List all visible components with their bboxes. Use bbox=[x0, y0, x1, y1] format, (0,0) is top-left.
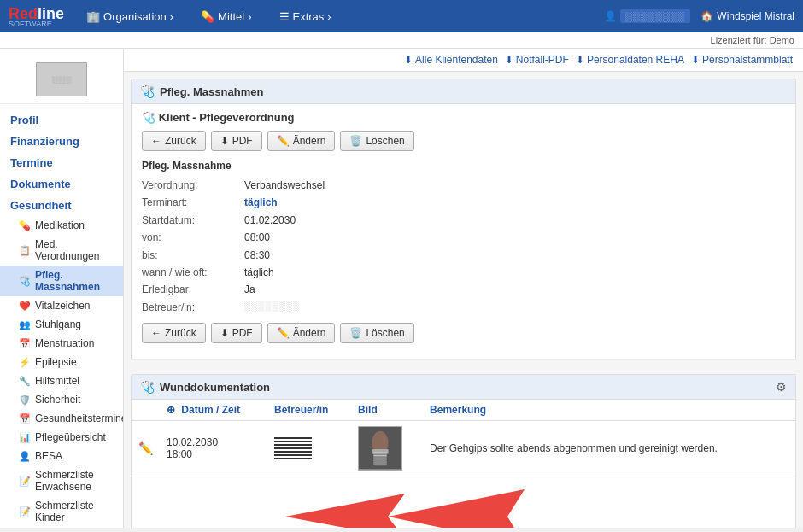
wann-value: täglich bbox=[244, 264, 274, 281]
gesundheit-cal-icon: 📅 bbox=[19, 413, 31, 424]
sidebar-item-sicherheit[interactable]: 🛡️ Sicherheit bbox=[0, 390, 123, 409]
download-icon-3: ⬇ bbox=[576, 54, 584, 66]
pdf-button-bottom[interactable]: ⬇ PDF bbox=[211, 323, 262, 343]
back-button-top[interactable]: ← Zurück bbox=[142, 131, 206, 151]
download-icon-4: ⬇ bbox=[691, 54, 700, 66]
nav-home[interactable]: 🏠 Windspiel Mistral bbox=[700, 10, 794, 22]
edit-button-top[interactable]: ✏️ Ändern bbox=[267, 131, 336, 151]
sidebar-item-menstruation[interactable]: 📅 Menstruation bbox=[0, 334, 123, 353]
sidebar-item-gesundheitstermine[interactable]: 📅 Gesundheitstermine bbox=[0, 409, 123, 428]
pfleg-section-header: 🩺 Pfleg. Massnahmen bbox=[132, 79, 795, 104]
sidebar-item-schmerzliste-e[interactable]: 📝 Schmerzliste Erwachsene bbox=[0, 465, 123, 496]
gesundheitstermine-label: Gesundheitstermine bbox=[35, 412, 124, 424]
svg-marker-7 bbox=[388, 489, 525, 528]
chevron-icon-2: › bbox=[248, 10, 251, 23]
row-bemerkung: Der Gehgips sollte abends abgenommen und… bbox=[430, 442, 718, 454]
klient-icon: 🩺 bbox=[142, 111, 155, 124]
sidebar-item-stuhlgang[interactable]: 👥 Stuhlgang bbox=[0, 315, 123, 334]
sidebar-item-fb-massnahmen[interactable]: 📋 FB-Massnahmen bbox=[0, 527, 123, 528]
chevron-icon: › bbox=[170, 10, 173, 23]
sidebar-item-profil[interactable]: Profil bbox=[0, 109, 123, 131]
wunddoku-table: ⊕ Datum / Zeit Betreuer/in Bild Bemerkun… bbox=[132, 400, 795, 476]
von-value: 08:00 bbox=[244, 229, 270, 246]
action-label-1: Alle Klientendaten bbox=[415, 54, 498, 66]
sidebar-item-schmerzliste-k[interactable]: 📝 Schmerzliste Kinder bbox=[0, 496, 123, 527]
edit-button-bottom[interactable]: ✏️ Ändern bbox=[267, 323, 336, 343]
wunddoku-icon: 🩺 bbox=[140, 380, 155, 394]
nav-organisation-label: Organisation bbox=[103, 10, 167, 23]
content-area: ⬇ Alle Klientendaten ⬇ Notfall-PDF ⬇ Per… bbox=[124, 49, 803, 528]
betreuer-value: ░░░░░░░░ bbox=[244, 299, 300, 316]
terminart-value: täglich bbox=[244, 194, 278, 211]
sidebar-item-hilfsmittel[interactable]: 🔧 Hilfsmittel bbox=[0, 371, 123, 390]
betreuer-label: Betreuer/in: bbox=[142, 299, 236, 316]
delete-button-top[interactable]: 🗑️ Löschen bbox=[340, 131, 413, 151]
stuhlgang-label: Stuhlgang bbox=[35, 319, 81, 330]
info-row-von: von: 08:00 bbox=[142, 229, 785, 246]
pencil-icon-top: ✏️ bbox=[277, 135, 290, 147]
nav-username: Windspiel Mistral bbox=[717, 10, 794, 22]
vitalzeichen-label: Vitalzeichen bbox=[35, 300, 91, 312]
bis-label: bis: bbox=[142, 247, 236, 264]
action-notfall-pdf[interactable]: ⬇ Notfall-PDF bbox=[505, 54, 569, 66]
sicherheit-label: Sicherheit bbox=[35, 394, 80, 406]
wunddoku-title-text: Wunddokumentation bbox=[160, 381, 270, 394]
home-icon: 🏠 bbox=[700, 10, 713, 22]
nav-right-area: 👤 ░░░░░░░░ 🏠 Windspiel Mistral bbox=[604, 9, 794, 23]
pfleg-header-title: 🩺 Pfleg. Massnahmen bbox=[140, 85, 263, 98]
top-actions-bar: ⬇ Alle Klientendaten ⬇ Notfall-PDF ⬇ Per… bbox=[124, 49, 803, 72]
back-button-bottom[interactable]: ← Zurück bbox=[142, 323, 206, 343]
chevron-icon-3: › bbox=[327, 10, 331, 23]
sidebar-item-termine[interactable]: Termine bbox=[0, 152, 123, 173]
pencil-icon-bottom: ✏️ bbox=[277, 327, 290, 339]
action-personaldaten-reha[interactable]: ⬇ Personaldaten REHA bbox=[576, 54, 684, 66]
terminart-label: Terminart: bbox=[142, 194, 236, 211]
besa-label: BESA bbox=[35, 450, 62, 462]
sidebar-item-gesundheit[interactable]: Gesundheit bbox=[0, 195, 123, 216]
sidebar-item-epilepsie[interactable]: ⚡ Epilepsie bbox=[0, 353, 123, 371]
stuhlgang-icon: 👥 bbox=[19, 319, 31, 330]
row-edit-cell[interactable]: ✏️ bbox=[132, 421, 160, 476]
wunddoku-header-title: 🩺 Wunddokumentation bbox=[140, 380, 270, 394]
sidebar-item-finanzierung[interactable]: Finanzierung bbox=[0, 131, 123, 152]
delete-button-bottom[interactable]: 🗑️ Löschen bbox=[340, 323, 413, 343]
sidebar-item-pflegeubersicht[interactable]: 📊 Pflegeübersicht bbox=[0, 428, 123, 447]
avatar-image: ░░░░ bbox=[36, 62, 87, 96]
tool-icon: 🔧 bbox=[19, 376, 31, 387]
sidebar-item-vitalzeichen[interactable]: ❤️ Vitalzeichen bbox=[0, 296, 123, 315]
action-label-3: Personaldaten REHA bbox=[587, 54, 684, 66]
red-arrow-svg bbox=[285, 481, 525, 528]
main-layout: ░░░░ Profil Finanzierung Termine Dokumen… bbox=[0, 49, 803, 528]
med-verordnungen-label: Med. Verordnungen bbox=[35, 238, 116, 262]
button-group-bottom: ← Zurück ⬇ PDF ✏️ Ändern 🗑️ Löschen bbox=[142, 323, 785, 343]
nav-user[interactable]: 👤 ░░░░░░░░ bbox=[604, 9, 690, 23]
settings-icon[interactable]: ⚙ bbox=[776, 380, 787, 394]
mittel-icon: 💊 bbox=[201, 10, 214, 23]
sidebar-item-besa[interactable]: 👤 BESA bbox=[0, 447, 123, 465]
startdatum-value: 01.02.2030 bbox=[244, 212, 296, 229]
col-actions bbox=[132, 400, 160, 421]
wunddoku-card: 🩺 Wunddokumentation ⚙ ⊕ Datum / Zeit bbox=[131, 374, 796, 528]
extras-icon: ☰ bbox=[279, 10, 290, 23]
nav-organisation[interactable]: 🏢 Organisation › bbox=[81, 7, 179, 26]
klient-pflegeverordnung-title: 🩺 Klient - Pflegeverordnung bbox=[142, 111, 785, 124]
info-row-startdatum: Startdatum: 01.02.2030 bbox=[142, 212, 785, 229]
massnahme-info-table: Verordnung: Verbandswechsel Terminart: t… bbox=[142, 177, 785, 316]
client-avatar-area: ░░░░ bbox=[0, 56, 123, 104]
action-alle-klientendaten[interactable]: ⬇ Alle Klientendaten bbox=[404, 54, 498, 66]
sidebar-item-dokumente[interactable]: Dokumente bbox=[0, 173, 123, 195]
sidebar-item-pfleg-massnahmen[interactable]: 🩺 Pfleg. Massnahmen bbox=[0, 266, 123, 296]
arrow-left-icon-bottom: ← bbox=[151, 327, 161, 339]
sidebar-item-medikation[interactable]: 💊 Medikation bbox=[0, 216, 123, 235]
nav-extras[interactable]: ☰ Extras › bbox=[274, 7, 337, 26]
col-betreuer: Betreuer/in bbox=[267, 400, 351, 421]
action-personalstammblatt[interactable]: ⬇ Personalstammblatt bbox=[691, 54, 793, 66]
nav-mittel[interactable]: 💊 Mittel › bbox=[196, 7, 256, 26]
svg-rect-3 bbox=[372, 449, 388, 454]
schmerzliste-k-label: Schmerzliste Kinder bbox=[35, 500, 116, 523]
pdf-button-top[interactable]: ⬇ PDF bbox=[211, 131, 262, 151]
sidebar-item-med-verordnungen[interactable]: 📋 Med. Verordnungen bbox=[0, 235, 123, 266]
download-icon-2: ⬇ bbox=[505, 54, 513, 66]
pain-e-icon: 📝 bbox=[19, 476, 31, 487]
besa-icon: 👤 bbox=[19, 451, 31, 462]
